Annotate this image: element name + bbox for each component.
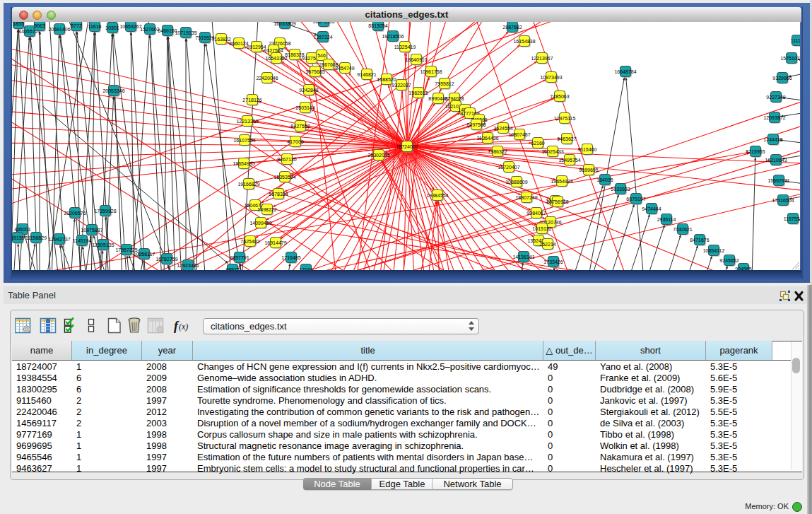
svg-text:6794028: 6794028 (445, 96, 464, 101)
svg-text:1733426: 1733426 (543, 259, 563, 264)
svg-text:7955812: 7955812 (435, 81, 454, 86)
svg-text:16033809: 16033809 (273, 22, 295, 26)
svg-text:11616: 11616 (88, 24, 102, 29)
svg-text:(x): (x) (179, 322, 188, 332)
svg-text:9242848: 9242848 (299, 88, 318, 93)
svg-text:19654923: 19654923 (551, 179, 572, 184)
svg-text:20053346: 20053346 (102, 88, 124, 93)
svg-text:2803144: 2803144 (295, 105, 314, 110)
svg-text:12505135: 12505135 (92, 243, 114, 247)
svg-text:17164: 17164 (299, 267, 313, 271)
svg-text:9322037: 9322037 (392, 83, 411, 88)
svg-text:6879197: 6879197 (626, 197, 645, 201)
svg-text:9463627: 9463627 (557, 136, 576, 141)
svg-text:15692971: 15692971 (767, 178, 789, 183)
svg-text:15495754: 15495754 (558, 158, 580, 163)
svg-text:17016504: 17016504 (772, 198, 794, 203)
svg-text:15353594: 15353594 (273, 175, 295, 180)
svg-text:10807487: 10807487 (508, 132, 530, 137)
svg-text:16543382: 16543382 (265, 56, 287, 61)
svg-text:8813054: 8813054 (368, 23, 387, 28)
svg-text:18807249: 18807249 (515, 195, 537, 200)
svg-text:10653267: 10653267 (119, 24, 141, 29)
svg-text:20301: 20301 (105, 25, 119, 30)
svg-text:10025433: 10025433 (541, 149, 563, 154)
svg-text:10975887: 10975887 (81, 228, 102, 233)
svg-text:9115460: 9115460 (578, 147, 597, 152)
svg-text:11156829: 11156829 (25, 235, 47, 240)
svg-text:10756928: 10756928 (546, 199, 568, 204)
svg-text:9329966: 9329966 (772, 76, 792, 81)
svg-text:7986322: 7986322 (488, 149, 507, 154)
svg-text:252214: 252214 (539, 242, 555, 247)
svg-text:16671355: 16671355 (312, 22, 334, 24)
svg-text:12093872: 12093872 (763, 115, 785, 120)
svg-text:16154838: 16154838 (513, 39, 535, 44)
svg-text:9063: 9063 (34, 23, 45, 28)
svg-text:11325419: 11325419 (394, 45, 416, 49)
svg-text:7032621: 7032621 (673, 227, 692, 232)
svg-text:10961758: 10961758 (420, 69, 442, 74)
svg-text:16914479: 16914479 (264, 240, 286, 245)
svg-text:1244415: 1244415 (763, 137, 782, 142)
svg-text:9699695: 9699695 (579, 168, 598, 173)
svg-text:8772: 8772 (71, 23, 82, 28)
svg-text:9227349: 9227349 (766, 95, 785, 100)
svg-text:9474444: 9474444 (642, 206, 661, 211)
svg-text:1167533: 1167533 (784, 216, 800, 221)
svg-text:17359928: 17359928 (94, 209, 116, 214)
svg-text:12942737: 12942737 (48, 237, 70, 242)
svg-text:5933923: 5933923 (611, 187, 630, 192)
svg-text:1562615: 1562615 (408, 90, 428, 95)
svg-text:9327504: 9327504 (264, 48, 283, 53)
svg-text:20691406: 20691406 (48, 27, 70, 32)
svg-text:19654985: 19654985 (233, 161, 254, 166)
svg-text:25302035: 25302035 (367, 153, 389, 158)
svg-text:16782759: 16782759 (155, 257, 177, 262)
svg-text:10654112: 10654112 (703, 248, 725, 253)
svg-text:924565: 924565 (735, 267, 751, 271)
svg-text:7485063: 7485063 (550, 94, 569, 99)
svg-text:18640910: 18640910 (405, 57, 427, 62)
svg-text:417006: 417006 (287, 139, 303, 144)
svg-text:12213967: 12213967 (531, 56, 553, 61)
svg-text:8454749: 8454749 (335, 66, 354, 71)
svg-text:21364436: 21364436 (476, 136, 498, 141)
svg-text:6497568: 6497568 (466, 122, 486, 127)
svg-text:7625402: 7625402 (240, 239, 259, 244)
svg-text:22420046: 22420046 (256, 76, 278, 81)
svg-text:9084067: 9084067 (526, 211, 546, 216)
svg-text:16107554: 16107554 (233, 138, 255, 143)
svg-text:2935114: 2935114 (657, 217, 676, 222)
svg-text:8267130: 8267130 (277, 157, 296, 162)
svg-text:16210643: 16210643 (765, 158, 787, 163)
svg-text:1498222: 1498222 (257, 207, 276, 212)
svg-text:14136141: 14136141 (512, 255, 534, 259)
svg-text:39159: 39159 (12, 235, 25, 240)
svg-text:19384554: 19384554 (426, 193, 448, 198)
svg-text:15751074: 15751074 (780, 56, 800, 61)
svg-text:9245652: 9245652 (719, 258, 739, 263)
svg-text:19166829: 19166829 (237, 182, 259, 187)
svg-text:7357224: 7357224 (313, 35, 332, 40)
svg-text:8471676: 8471676 (690, 238, 709, 243)
svg-text:62160: 62160 (531, 141, 545, 146)
svg-text:10719135: 10719135 (175, 30, 196, 35)
svg-text:2718126: 2718126 (242, 98, 261, 103)
svg-text:15720407: 15720407 (498, 165, 519, 170)
svg-text:98577: 98577 (225, 267, 240, 271)
svg-text:164095: 164095 (596, 177, 613, 182)
svg-text:1145194: 1145194 (73, 238, 92, 243)
svg-text:5878334: 5878334 (269, 192, 288, 197)
svg-text:1588520: 1588520 (377, 77, 396, 82)
svg-text:12975115: 12975115 (554, 116, 576, 121)
svg-text:8427552: 8427552 (290, 124, 310, 129)
svg-text:10973493: 10973493 (540, 75, 562, 80)
svg-text:1716485: 1716485 (281, 255, 300, 260)
svg-text:1527602: 1527602 (140, 27, 159, 32)
svg-text:3675685: 3675685 (305, 69, 324, 74)
svg-text:8660124: 8660124 (229, 41, 248, 46)
svg-text:20206576: 20206576 (64, 211, 86, 216)
svg-text:1855: 1855 (13, 22, 24, 26)
svg-text:9146821: 9146821 (357, 72, 376, 77)
